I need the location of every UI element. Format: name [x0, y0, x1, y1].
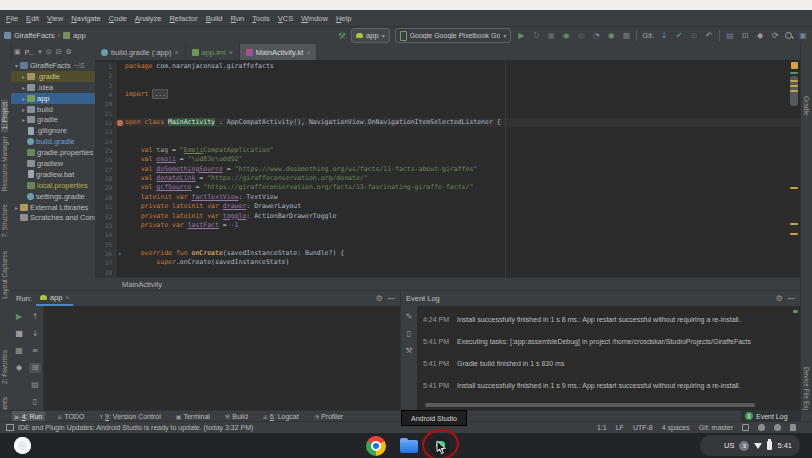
system-tray[interactable]: US 3 5:41 — [700, 435, 800, 456]
search-everywhere-icon[interactable] — [785, 32, 793, 40]
tree-item-external-libraries[interactable]: ▸External Libraries — [11, 202, 95, 213]
collapse-all-icon[interactable]: ⊟ — [56, 48, 62, 56]
status-1-1[interactable]: 1:1 — [597, 424, 607, 431]
gear-icon[interactable]: ⚙ — [66, 48, 72, 56]
menu-item-help[interactable]: Help — [332, 14, 355, 23]
toolwindow-button-terminal[interactable]: ▣Terminal — [173, 411, 213, 422]
breadcrumb-class[interactable]: MainActivity — [122, 280, 162, 289]
menu-item-view[interactable]: View — [43, 14, 67, 23]
breadcrumb-project[interactable]: GiraffeFacts — [14, 31, 55, 40]
soft-wrap-icon[interactable]: ≡ — [29, 346, 41, 356]
toolwindow-button-todo[interactable]: ≡TODO — [54, 411, 87, 422]
tree-item-scratches-and-consoles[interactable]: Scratches and Consoles — [11, 212, 95, 223]
tree-item-build[interactable]: ▸build — [11, 104, 95, 115]
code-line[interactable]: 20 — [95, 99, 800, 108]
tree-item-giraffefacts[interactable]: ▾GiraffeFacts~/S — [11, 60, 95, 71]
menu-item-run[interactable]: Run — [227, 14, 249, 23]
status-message[interactable]: IDE and Plugin Updates: Android Studio i… — [18, 424, 253, 431]
class-gutter-icon[interactable] — [116, 118, 125, 127]
event-log-entry[interactable]: 5:41 PMInstall successfully finished in … — [423, 382, 800, 390]
menu-item-window[interactable]: Window — [297, 14, 332, 23]
apply-code-changes-icon[interactable]: ▣ — [546, 31, 556, 40]
menu-item-edit[interactable]: Edit — [22, 14, 43, 23]
toolwindow-button-6-logcat[interactable]: ≡6: Logcat — [260, 411, 302, 422]
code-line[interactable]: 32 private lateinit var toggle: ActionBa… — [95, 212, 800, 221]
event-log-content[interactable]: 4:24 PMInstall successfully finished in … — [417, 306, 800, 410]
close-icon[interactable]: × — [65, 294, 69, 301]
stop-icon[interactable]: ■ — [621, 31, 631, 40]
code-line[interactable]: 33 private var lastFact = -1 — [95, 221, 800, 230]
status-4-spaces[interactable]: 4 spaces — [662, 424, 690, 431]
code-line[interactable]: 2 — [95, 71, 800, 80]
stop-icon[interactable]: ■ — [13, 329, 25, 339]
close-icon[interactable]: × — [306, 49, 310, 56]
code-line[interactable]: 1package com.naranjaconsal.giraffefacts — [95, 62, 800, 71]
code-line[interactable]: 22open class MainActivity : AppCompatAct… — [95, 118, 800, 127]
run-config-dropdown[interactable]: app ▾ — [351, 28, 390, 43]
locate-file-icon[interactable]: ⊙ — [46, 48, 52, 56]
debug-icon[interactable]: ◉ — [561, 31, 571, 40]
tree-item-settings-gradle[interactable]: settings.gradle — [11, 191, 95, 202]
close-icon[interactable]: × — [174, 49, 178, 56]
run-console[interactable] — [43, 306, 400, 410]
stripe-resource-manager[interactable]: Resource Manager — [1, 136, 8, 191]
run-coverage-icon[interactable]: ◎ — [576, 31, 586, 40]
code-line[interactable]: 37 super.onCreate(savedInstanceState) — [95, 258, 800, 267]
code-line[interactable]: 29 val gcfSource = "https://giraffeconse… — [95, 183, 800, 192]
tree-item--idea[interactable]: ▸.idea — [11, 82, 95, 93]
tree-item-gradlew-bat[interactable]: gradlew.bat — [11, 169, 95, 180]
device-manager-icon[interactable]: ▤ — [725, 31, 735, 40]
highlighting-level-icon[interactable] — [758, 424, 765, 431]
menu-item-tools[interactable]: Tools — [248, 14, 274, 23]
stripe-2-favorites[interactable]: 2: Favorites — [1, 350, 8, 384]
menu-item-file[interactable]: File — [2, 14, 22, 23]
code-line[interactable]: 21 — [95, 109, 800, 118]
git-history-icon[interactable]: ⊙ — [689, 31, 699, 40]
tree-item-gradlew[interactable]: gradlew — [11, 158, 95, 169]
code-line[interactable]: 36 override fun onCreate(savedInstanceSt… — [95, 249, 800, 258]
code-line[interactable]: 24 — [95, 137, 800, 146]
tree-item--gitignore[interactable]: .gitignore — [11, 125, 95, 136]
code-line[interactable]: 38 — [95, 268, 800, 277]
tree-item-app[interactable]: ▸app — [11, 93, 95, 104]
event-log-entry[interactable]: 5:41 PMGradle build finished in 1 s 830 … — [423, 360, 800, 368]
scroll-to-end-icon[interactable]: ⊞ — [29, 363, 41, 373]
stripe-layout-captures[interactable]: Layout Captures — [1, 251, 8, 299]
event-log-entry[interactable]: 5:41 PMExecuting tasks: [:app:assembleDe… — [423, 338, 800, 346]
code-line[interactable]: 34 — [95, 230, 800, 239]
code-line[interactable]: 27 val doSomethingSource = "https://www.… — [95, 165, 800, 174]
menu-item-analyze[interactable]: Analyze — [131, 14, 166, 23]
code-line[interactable]: 30 lateinit var factTextView: TextView — [95, 193, 800, 202]
clear-log-icon[interactable]: ▯ — [403, 329, 415, 339]
tree-arrow-icon[interactable]: ▸ — [20, 73, 27, 80]
project-view-dropdown[interactable]: P... — [25, 49, 35, 56]
git-rollback-icon[interactable]: ↶ — [704, 31, 714, 40]
code-line[interactable]: 26 val emoji = "\ud83e\udd92" — [95, 155, 800, 164]
files-icon[interactable] — [399, 436, 419, 456]
toolwindow-button-4-run[interactable]: ▶4: Run — [12, 411, 45, 422]
apply-changes-icon[interactable]: ↻ — [531, 31, 541, 40]
stripe-1-project[interactable]: 1: Project — [1, 99, 8, 132]
down-stack-trace-icon[interactable]: ↓ — [29, 329, 41, 339]
menu-item-build[interactable]: Build — [202, 14, 227, 23]
tree-arrow-icon[interactable]: ▸ — [13, 204, 20, 211]
gear-icon[interactable]: ⚙ — [376, 294, 383, 303]
rerun-icon[interactable]: ▶ — [13, 312, 25, 322]
menu-item-code[interactable]: Code — [105, 14, 131, 23]
code-line[interactable]: 4import ... — [95, 90, 800, 99]
sdk-manager-icon[interactable]: ⊡ — [740, 31, 750, 40]
minimize-icon[interactable]: — — [787, 294, 795, 303]
tree-arrow-icon[interactable]: ▸ — [20, 116, 27, 123]
close-icon[interactable]: × — [229, 49, 233, 56]
menu-item-navigate[interactable]: Navigate — [67, 14, 105, 23]
menu-item-vcs[interactable]: VCS — [274, 14, 297, 23]
mark-all-read-icon[interactable]: ✎ — [403, 312, 415, 322]
inspection-indicator[interactable] — [791, 62, 798, 69]
code-line[interactable]: 3 — [95, 81, 800, 90]
event-log-entry[interactable]: 4:24 PMInstall successfully finished in … — [423, 316, 800, 324]
toolwindow-button-9-version-control[interactable]: Y9: Version Control — [96, 411, 163, 422]
code-line[interactable]: 35 — [95, 240, 800, 249]
tree-item-build-gradle[interactable]: build.gradle — [11, 136, 95, 147]
profiler-attach-icon[interactable]: ◉ — [606, 31, 616, 40]
tab-app-iml[interactable]: app.iml× — [186, 44, 240, 60]
